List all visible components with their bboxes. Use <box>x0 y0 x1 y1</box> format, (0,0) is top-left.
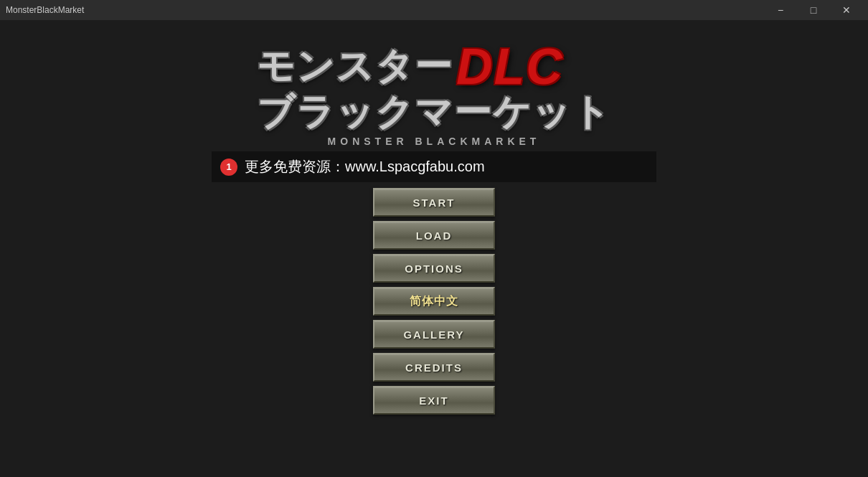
notification-badge: 1 <box>220 159 237 176</box>
credits-button[interactable]: CREDITS <box>373 353 495 382</box>
gallery-button[interactable]: GALLERY <box>373 320 495 349</box>
window-title: MonsterBlackMarket <box>6 5 84 15</box>
logo-japanese: モンスター DLC ブラックマーケット <box>257 42 611 133</box>
notification-text: 更多免费资源：www.Lspacgfabu.com <box>245 157 485 176</box>
exit-button[interactable]: EXIT <box>373 386 495 415</box>
menu-buttons: START LOAD OPTIONS 简体中文 GALLERY CREDITS … <box>373 188 495 415</box>
maximize-button[interactable]: □ <box>798 0 829 20</box>
chinese-button[interactable]: 简体中文 <box>373 287 495 316</box>
window-controls: − □ ✕ <box>765 0 862 20</box>
titlebar: MonsterBlackMarket − □ ✕ <box>0 0 868 20</box>
start-button[interactable]: START <box>373 188 495 217</box>
logo-area: モンスター DLC ブラックマーケット MONSTER BLACKMARKET <box>257 42 611 147</box>
minimize-button[interactable]: − <box>765 0 796 20</box>
options-button[interactable]: OPTIONS <box>373 254 495 283</box>
logo-text-line2: ブラックマーケット <box>257 92 611 133</box>
logo-line1: モンスター DLC <box>257 42 611 92</box>
close-button[interactable]: ✕ <box>831 0 862 20</box>
logo-text-line1: モンスター <box>257 46 453 87</box>
main-content: モンスター DLC ブラックマーケット MONSTER BLACKMARKET … <box>0 20 868 477</box>
logo-subtitle: MONSTER BLACKMARKET <box>328 136 541 147</box>
dlc-logo: DLC <box>456 42 564 92</box>
notification-banner: 1 更多免费资源：www.Lspacgfabu.com <box>212 151 656 182</box>
load-button[interactable]: LOAD <box>373 221 495 250</box>
